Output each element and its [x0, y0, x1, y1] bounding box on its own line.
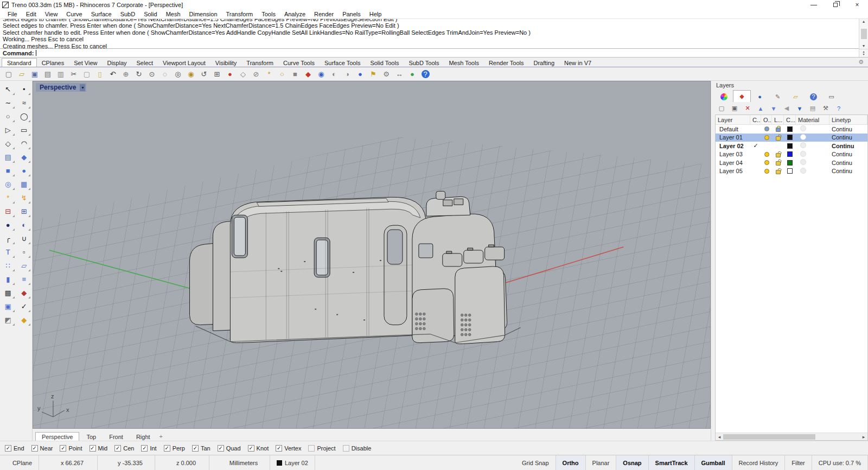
sphere-icon[interactable]: ● — [17, 165, 30, 176]
arc-analyze-icon[interactable]: ⊘ — [250, 68, 263, 80]
viewport-tab[interactable]: Perspective — [35, 432, 79, 441]
layer-lock-cell[interactable] — [772, 135, 784, 141]
layer-row[interactable]: Layer 01 ✓ Continu — [716, 134, 867, 142]
toolbar-tab[interactable]: Curve Tools — [278, 59, 320, 67]
status-toggle[interactable]: CPU use: 0.7 % — [812, 455, 868, 470]
pipe-icon[interactable]: ≡ — [17, 274, 30, 285]
checkbox-icon[interactable]: ✓ — [192, 445, 199, 452]
viewport-menu-dropdown-icon[interactable]: ▾ — [80, 84, 85, 91]
undo-icon[interactable]: ↶ — [106, 68, 119, 80]
ellipse-icon[interactable]: ◯ — [17, 111, 30, 122]
toolbar-tab[interactable]: Standard — [2, 58, 37, 67]
layer-material-cell[interactable] — [796, 159, 829, 166]
toolbar-tab[interactable]: Set View — [69, 59, 102, 67]
menu-item[interactable]: Help — [365, 11, 386, 17]
menu-item[interactable]: View — [41, 11, 62, 17]
polygon-icon[interactable]: ◇ — [2, 138, 15, 149]
menu-item[interactable]: Dimension — [185, 11, 222, 17]
status-pane[interactable]: y -35.335 — [98, 455, 155, 470]
viewport-tab[interactable]: Front — [103, 433, 129, 441]
raytraced-display-icon[interactable]: ● — [354, 68, 367, 80]
checkbox-icon[interactable]: ✓ — [141, 445, 148, 452]
status-toggle[interactable]: SmartTrack — [649, 455, 695, 470]
cplane-icon[interactable]: ◆ — [17, 314, 30, 326]
scrollbar-thumb[interactable] — [861, 29, 867, 39]
layer-color-cell[interactable] — [784, 151, 796, 157]
fillet-icon[interactable]: ╭ — [2, 233, 15, 244]
layers-hscrollbar[interactable]: ◂ ▸ — [716, 433, 867, 440]
menu-item[interactable]: SubD — [116, 11, 140, 17]
spinner-down-icon[interactable]: ▾ — [863, 53, 864, 56]
osnap-toggle[interactable]: ✓ Point — [60, 445, 82, 452]
leader-point-icon[interactable]: * — [263, 68, 276, 80]
close-button[interactable]: × — [846, 0, 868, 10]
undo-view-icon[interactable]: ↺ — [197, 68, 210, 80]
layer-color-cell[interactable] — [784, 126, 796, 132]
block-icon[interactable]: ▩ — [2, 287, 15, 298]
delete-layer-icon[interactable]: ✕ — [742, 104, 753, 113]
menu-item[interactable]: Curve — [62, 11, 86, 17]
rendering-tab-icon[interactable]: ● — [751, 91, 769, 102]
status-toggle[interactable]: Filter — [785, 455, 812, 470]
array-icon[interactable]: ∷ — [2, 260, 15, 271]
status-toggle[interactable]: Record History — [732, 455, 786, 470]
viewport-tab[interactable]: Right — [130, 433, 156, 441]
export-icon[interactable]: ▥ — [54, 68, 67, 80]
menu-item[interactable]: Render — [310, 11, 338, 17]
layer-linetype[interactable]: Continu — [829, 151, 867, 157]
properties-tab-icon[interactable] — [715, 91, 733, 102]
circle-icon[interactable]: ○ — [2, 111, 15, 122]
status-pane[interactable]: Millimeters — [209, 455, 270, 470]
zoom-window-icon[interactable]: ◌ — [158, 68, 171, 80]
layer-on-cell[interactable] — [761, 160, 772, 165]
layer-current-cell[interactable]: ✓ — [750, 142, 761, 149]
layer-lock-cell[interactable] — [772, 126, 784, 132]
layer-name[interactable]: Layer 01 — [716, 134, 750, 141]
menu-item[interactable]: Mesh — [162, 11, 185, 17]
column-layer[interactable]: Layer — [716, 115, 750, 124]
zoom-dynamic-icon[interactable]: ⊙ — [145, 68, 158, 80]
layer-row[interactable]: Layer 02 ✓ Continu — [716, 142, 867, 150]
collapse-icon[interactable]: ◀ — [781, 104, 792, 113]
blend-curve-icon[interactable]: ∪ — [17, 233, 30, 244]
layer-row[interactable]: Layer 04 ✓ Continu — [716, 158, 867, 167]
osnap-toggle[interactable]: ✓ Mid — [90, 445, 108, 452]
layer-material-cell[interactable] — [796, 168, 829, 175]
check-objects-icon[interactable]: ✓ — [17, 301, 30, 312]
checkbox-icon[interactable]: ✓ — [276, 445, 282, 452]
options-icon[interactable]: ⚙ — [380, 68, 393, 80]
box-icon[interactable]: ■ — [2, 165, 15, 176]
report-icon[interactable]: ▤ — [807, 104, 818, 113]
open-file-icon[interactable]: ▱ — [15, 68, 28, 80]
minimize-button[interactable]: — — [803, 0, 825, 10]
toolbar-tab[interactable]: Visibility — [210, 59, 242, 67]
status-toggle[interactable]: Planar — [586, 455, 617, 470]
column-linetype[interactable]: Linetyp — [829, 115, 867, 124]
shear-icon[interactable]: ◩ — [2, 314, 15, 326]
status-toggle[interactable]: Osnap — [616, 455, 648, 470]
viewport-tab[interactable]: Top — [80, 433, 102, 441]
toolbar-tab[interactable]: SubD Tools — [404, 59, 444, 67]
explode-icon[interactable]: * — [2, 192, 15, 204]
select-icon[interactable]: ↖ — [2, 84, 15, 95]
layer-name[interactable]: Layer 05 — [716, 168, 750, 174]
toolbar-tab[interactable]: Surface Tools — [320, 59, 365, 67]
menu-item[interactable]: Tools — [257, 11, 280, 17]
solid-union-icon[interactable]: ▮ — [2, 274, 15, 285]
layer-linetype[interactable]: Continu — [829, 134, 867, 141]
torus-icon[interactable]: ◎ — [2, 179, 15, 190]
layer-on-cell[interactable] — [761, 143, 772, 148]
hscroll-left-icon[interactable]: ◂ — [716, 434, 723, 440]
layer-lock-cell[interactable] — [772, 168, 784, 174]
column-color[interactable]: C... — [784, 115, 796, 124]
paste-icon[interactable]: ▯ — [93, 68, 106, 80]
patch-surface-icon[interactable]: ◆ — [17, 151, 30, 163]
lightbulb-icon[interactable]: ○ — [276, 68, 289, 80]
display-tab-icon[interactable]: ▭ — [822, 91, 840, 102]
copy-icon[interactable]: ▢ — [80, 68, 93, 80]
layer-on-cell[interactable] — [761, 126, 772, 131]
control-point-curve-icon[interactable]: ∼ — [2, 97, 15, 109]
menu-item[interactable]: Edit — [22, 11, 41, 17]
layer-row[interactable]: Layer 03 ✓ Continu — [716, 150, 867, 159]
print-icon[interactable]: ▤ — [41, 68, 54, 80]
